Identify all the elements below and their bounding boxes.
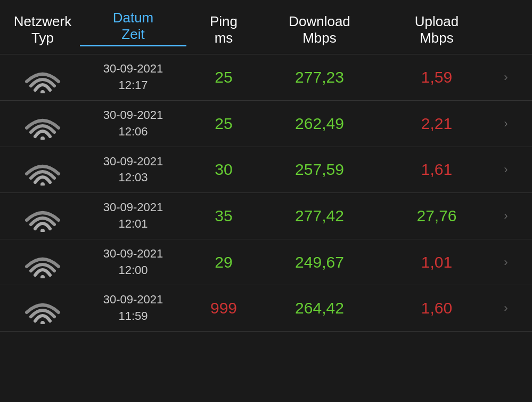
ping-value: 29 <box>186 253 261 271</box>
header-datum-zeit: Datum Zeit <box>80 10 186 46</box>
ping-value: 25 <box>186 68 261 86</box>
date-value: 30-09-2021 <box>80 199 186 216</box>
svg-point-1 <box>40 136 45 140</box>
wifi-icon <box>5 154 80 186</box>
time-value: 12:00 <box>80 262 186 279</box>
chevron-icon[interactable]: › <box>495 117 517 131</box>
ping-value: 999 <box>186 299 261 317</box>
upload-value: 1,59 <box>378 68 495 86</box>
wifi-icon <box>5 246 80 278</box>
svg-point-0 <box>40 90 45 93</box>
svg-point-2 <box>40 182 45 186</box>
table-row[interactable]: 30-09-2021 12:03 30 257,59 1,61 › <box>0 147 532 194</box>
chevron-icon[interactable]: › <box>495 209 517 223</box>
ping-value: 25 <box>186 115 261 133</box>
svg-point-4 <box>40 275 45 278</box>
download-value: 257,59 <box>261 160 378 179</box>
download-value: 249,67 <box>261 253 378 271</box>
wifi-icon <box>5 292 80 324</box>
svg-point-5 <box>40 321 45 324</box>
chevron-icon[interactable]: › <box>495 255 517 269</box>
chevron-icon[interactable]: › <box>495 301 517 315</box>
chevron-icon[interactable]: › <box>495 163 517 176</box>
date-time-cell: 30-09-2021 12:17 <box>80 61 186 94</box>
wifi-icon <box>5 108 80 140</box>
header-ping: Ping ms <box>186 13 261 46</box>
date-value: 30-09-2021 <box>80 154 186 170</box>
header-upload: Upload Mbps <box>378 13 495 46</box>
header-download: Download Mbps <box>261 13 378 46</box>
date-time-cell: 30-09-2021 12:00 <box>80 246 186 279</box>
time-value: 12:17 <box>80 77 186 94</box>
table-row[interactable]: 30-09-2021 12:17 25 277,23 1,59 › <box>0 54 532 101</box>
date-value: 30-09-2021 <box>80 246 186 262</box>
date-value: 30-09-2021 <box>80 292 186 308</box>
table-row[interactable]: 30-09-2021 12:06 25 262,49 2,21 › <box>0 101 532 147</box>
ping-value: 35 <box>186 207 261 225</box>
date-time-cell: 30-09-2021 12:06 <box>80 107 186 140</box>
table-header: Netzwerk Typ Datum Zeit Ping ms Download… <box>0 0 532 54</box>
chevron-icon[interactable]: › <box>495 70 517 84</box>
upload-value: 2,21 <box>378 115 495 133</box>
date-time-cell: 30-09-2021 12:03 <box>80 154 186 187</box>
download-value: 277,42 <box>261 207 378 225</box>
time-value: 12:01 <box>80 216 186 232</box>
date-time-cell: 30-09-2021 11:59 <box>80 292 186 325</box>
upload-value: 1,01 <box>378 253 495 271</box>
upload-value: 1,60 <box>378 299 495 317</box>
upload-value: 1,61 <box>378 160 495 179</box>
table-body: 30-09-2021 12:17 25 277,23 1,59 › 30-09-… <box>0 54 532 332</box>
table-row[interactable]: 30-09-2021 12:00 29 249,67 1,01 › <box>0 239 532 286</box>
table-row[interactable]: 30-09-2021 12:01 35 277,42 27,76 › <box>0 193 532 239</box>
download-value: 277,23 <box>261 68 378 86</box>
wifi-icon <box>5 61 80 93</box>
download-value: 262,49 <box>261 115 378 133</box>
date-time-cell: 30-09-2021 12:01 <box>80 199 186 232</box>
header-network-type: Netzwerk Typ <box>5 13 80 46</box>
download-value: 264,42 <box>261 299 378 317</box>
time-value: 12:06 <box>80 124 186 140</box>
ping-value: 30 <box>186 160 261 179</box>
upload-value: 27,76 <box>378 207 495 225</box>
speed-test-table: Netzwerk Typ Datum Zeit Ping ms Download… <box>0 0 532 332</box>
time-value: 12:03 <box>80 170 186 186</box>
time-value: 11:59 <box>80 308 186 325</box>
svg-point-3 <box>40 229 45 232</box>
date-value: 30-09-2021 <box>80 107 186 124</box>
date-value: 30-09-2021 <box>80 61 186 77</box>
wifi-icon <box>5 200 80 232</box>
table-row[interactable]: 30-09-2021 11:59 999 264,42 1,60 › <box>0 285 532 332</box>
